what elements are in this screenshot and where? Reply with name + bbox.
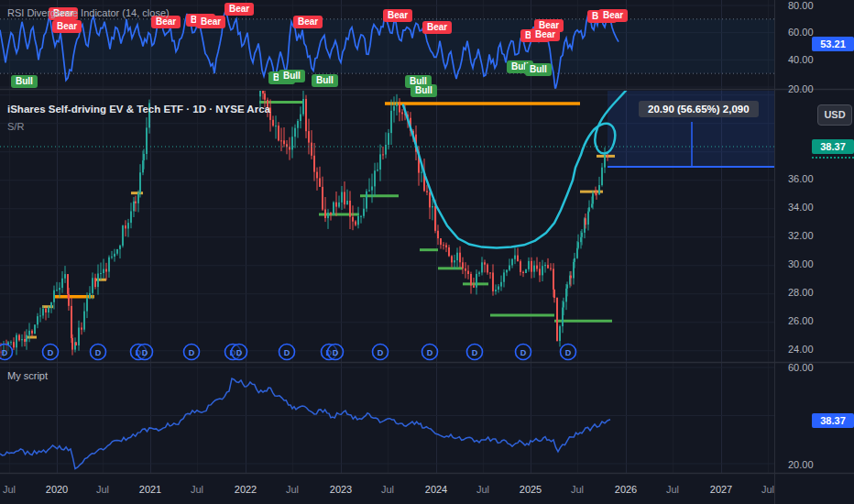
svg-text:D: D xyxy=(95,348,102,357)
time-axis-label[interactable]: 2023 xyxy=(330,484,352,495)
time-axis-label[interactable]: Jul xyxy=(666,484,679,495)
price-pane[interactable] xyxy=(0,80,774,359)
rsi-axis-tick: 80.00 xyxy=(788,0,814,11)
svg-text:D: D xyxy=(189,348,195,357)
time-axis-label[interactable]: 2020 xyxy=(46,484,68,495)
time-axis-label[interactable]: Jul xyxy=(286,484,299,495)
rsi-axis-tick: 20.00 xyxy=(788,83,814,94)
price-axis-tick: 24.00 xyxy=(788,344,814,355)
svg-text:D: D xyxy=(520,348,527,357)
my-script-legend[interactable]: My script xyxy=(7,370,48,381)
svg-text:D: D xyxy=(333,348,339,357)
svg-text:D: D xyxy=(472,348,478,357)
time-axis-label[interactable]: 2027 xyxy=(710,484,732,495)
symbol-title[interactable]: iShares Self-driving EV & Tech ETF · 1D … xyxy=(7,104,270,115)
price-axis-tick: 26.00 xyxy=(788,315,814,326)
bear-signal-label: Bear xyxy=(531,28,560,41)
rsi-indicator-legend[interactable]: RSI Divergence Indicator (14, close) xyxy=(7,7,170,18)
time-axis-label[interactable]: Jul xyxy=(3,484,16,495)
svg-text:D: D xyxy=(2,348,8,357)
sr-indicator-legend[interactable]: S/R xyxy=(7,121,24,132)
bear-signal-label: Bear xyxy=(196,16,225,28)
svg-text:D: D xyxy=(284,348,290,357)
trading-chart-window: DDDDDDDDDDDDDDDD RSI Divergence Indicato… xyxy=(0,0,854,504)
svg-text:D: D xyxy=(565,348,572,357)
bull-signal-label: Bull xyxy=(312,74,338,87)
measurement-tooltip: 20.90 (56.65%) 2,090 xyxy=(639,101,759,117)
time-axis-label[interactable]: 2022 xyxy=(235,484,257,495)
rsi-axis-tick: 60.00 xyxy=(788,27,814,38)
bull-signal-label: Bull xyxy=(279,70,305,82)
rsi-pane[interactable] xyxy=(0,11,774,90)
bear-signal-label: Bear xyxy=(293,16,323,28)
dividend-markers: DDDDDDDDDDDDDDDD xyxy=(0,345,576,360)
price-badge-dots xyxy=(812,157,854,159)
bear-signal-label: Bear xyxy=(52,20,82,33)
time-axis-label[interactable]: 2021 xyxy=(139,484,161,495)
time-axis-label[interactable]: 2026 xyxy=(615,484,637,495)
bear-signal-label: Bear xyxy=(224,3,254,16)
price-axis-tick: 30.00 xyxy=(788,258,814,269)
script-value-badge: 38.37 xyxy=(812,413,854,428)
script-axis-tick: 60.00 xyxy=(788,362,814,373)
price-axis-tick: 36.00 xyxy=(788,173,814,184)
price-axis-tick: 32.00 xyxy=(788,230,814,241)
script-axis-tick: 20.00 xyxy=(788,459,814,470)
cup-projection-curve[interactable] xyxy=(403,86,630,247)
svg-text:D: D xyxy=(378,348,384,357)
svg-text:D: D xyxy=(427,348,433,357)
time-axis-label[interactable]: Jul xyxy=(96,484,109,495)
time-axis-label[interactable]: Jul xyxy=(381,484,394,495)
svg-text:D: D xyxy=(142,348,148,357)
bull-signal-label: Bull xyxy=(525,63,552,76)
price-axis-tick: 34.00 xyxy=(788,202,814,213)
time-axis-label[interactable]: Jul xyxy=(476,484,489,495)
time-axis-label[interactable]: Jul xyxy=(761,484,774,495)
time-axis-label[interactable]: 2025 xyxy=(520,484,542,495)
rsi-value-badge: 53.21 xyxy=(812,37,854,51)
bear-signal-label: Bear xyxy=(383,9,412,22)
time-axis-label[interactable]: Jul xyxy=(571,484,584,495)
time-axis-label[interactable]: Jul xyxy=(191,484,203,495)
svg-text:D: D xyxy=(48,348,54,357)
currency-toggle-button[interactable]: USD xyxy=(817,104,852,126)
script-pane[interactable] xyxy=(0,378,610,468)
my-script-line xyxy=(0,378,610,468)
price-axis-tick: 28.00 xyxy=(788,287,814,298)
last-price-badge: 38.37 xyxy=(812,139,854,154)
time-axis-label[interactable]: 2024 xyxy=(425,484,447,495)
bear-signal-label: Bear xyxy=(422,21,452,34)
rsi-axis-tick: 40.00 xyxy=(788,54,814,65)
svg-text:D: D xyxy=(236,348,243,357)
bull-signal-label: Bull xyxy=(411,84,437,97)
bear-signal-label: Bear xyxy=(598,9,628,22)
bull-signal-label: Bull xyxy=(11,75,38,88)
